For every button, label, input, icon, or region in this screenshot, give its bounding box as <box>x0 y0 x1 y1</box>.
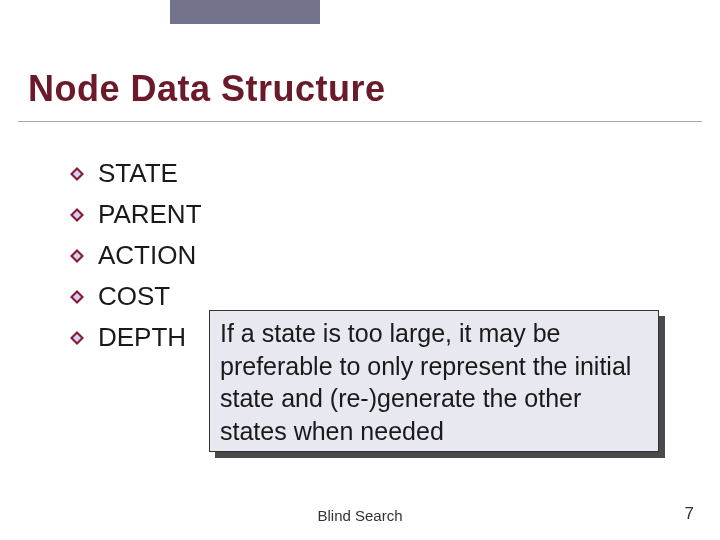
list-item: DEPTH <box>70 322 202 353</box>
list-item-label: ACTION <box>98 240 196 271</box>
diamond-bullet-icon <box>70 249 84 263</box>
list-item-label: DEPTH <box>98 322 186 353</box>
list-item: ACTION <box>70 240 202 271</box>
list-item: COST <box>70 281 202 312</box>
diamond-bullet-icon <box>70 208 84 222</box>
slide-title: Node Data Structure <box>28 68 386 110</box>
list-item: PARENT <box>70 199 202 230</box>
title-underline <box>18 120 702 122</box>
fields-list: STATE PARENT ACTION COST DEPTH <box>70 158 202 363</box>
footer-center: Blind Search <box>0 507 720 524</box>
list-item-label: COST <box>98 281 170 312</box>
decorative-top-block <box>170 0 320 24</box>
diamond-bullet-icon <box>70 167 84 181</box>
list-item: STATE <box>70 158 202 189</box>
diamond-bullet-icon <box>70 331 84 345</box>
note-box: If a state is too large, it may be prefe… <box>209 310 659 452</box>
footer-page-number: 7 <box>685 504 694 524</box>
list-item-label: PARENT <box>98 199 202 230</box>
dotted-background <box>18 0 702 60</box>
list-item-label: STATE <box>98 158 178 189</box>
diamond-bullet-icon <box>70 290 84 304</box>
slide: Node Data Structure STATE PARENT ACTION … <box>0 0 720 540</box>
note-text: If a state is too large, it may be prefe… <box>220 319 631 445</box>
